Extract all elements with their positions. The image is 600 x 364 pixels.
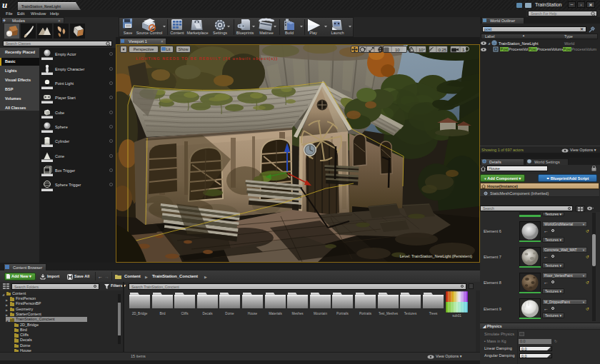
svg-text:10: 10 — [395, 48, 400, 52]
svg-text:0.25: 0.25 — [439, 48, 447, 52]
svg-text:10°: 10° — [419, 48, 426, 52]
